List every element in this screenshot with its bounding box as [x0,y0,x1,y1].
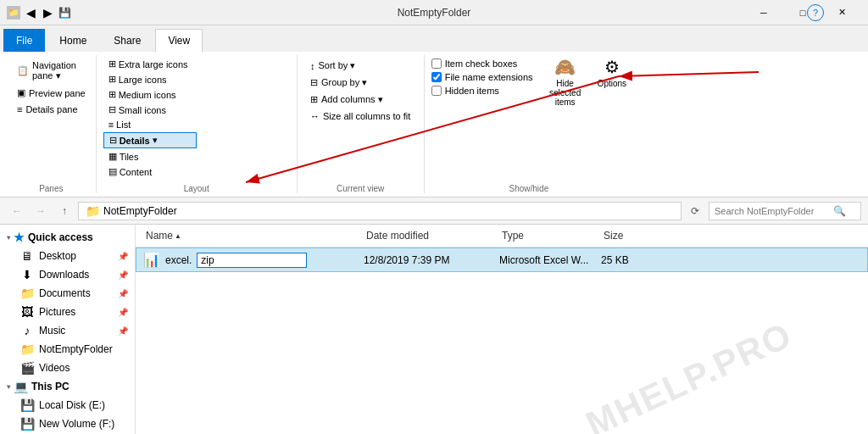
list-icon: ≡ [108,120,114,130]
desktop-icon: 🖥 [20,249,34,263]
expand-icon-thispc: ▾ [7,383,10,391]
column-size[interactable]: Size [600,228,668,243]
notempty-icon: 📁 [20,342,34,356]
tab-home[interactable]: Home [47,29,99,52]
file-name-extensions-checkbox[interactable] [431,72,442,82]
new-volume-f-icon: 💾 [20,417,34,431]
main-content: ▾ ★ Quick access 🖥 Desktop 📌 ⬇ Downloads… [0,225,868,434]
forward-button[interactable]: → [31,201,51,221]
address-path: NotEmptyFolder [103,205,177,217]
sidebar-item-pictures[interactable]: 🖼 Pictures 📌 [0,303,135,321]
add-columns-button[interactable]: ⊞Add columns ▾ [307,92,387,107]
size-columns-icon: ↔ [310,111,320,121]
medium-icons-button[interactable]: ⊞Medium icons [103,87,197,102]
this-pc-icon: 💻 [14,380,28,393]
file-date-cell: 12/8/2019 7:39 PM [364,254,499,266]
sort-indicator: ▲ [175,232,181,240]
downloads-label: Downloads [39,269,89,281]
nav-pane-icon: 📋 [17,65,29,76]
search-input[interactable] [715,206,833,216]
details-pane-button[interactable]: ≡ Details pane [14,103,81,116]
sidebar-item-downloads[interactable]: ⬇ Downloads 📌 [0,265,135,284]
excel-file-icon: 📊 [143,252,160,268]
file-name-extensions-toggle[interactable]: File name extensions [431,72,533,82]
close-button[interactable]: ✕ [822,0,861,25]
size-all-columns-button[interactable]: ↔Size all columns to fit [307,109,414,123]
music-label: Music [39,325,65,337]
large-icons-icon: ⊞ [108,74,116,85]
options-label[interactable]: Options [598,79,626,88]
column-date-modified[interactable]: Date modified [363,228,498,243]
address-input[interactable]: 📁 NotEmptyFolder [78,202,682,220]
up-button[interactable]: ↑ [54,201,75,221]
list-button[interactable]: ≡List [103,118,197,131]
options-icon[interactable]: ⚙ [604,58,620,75]
current-view-group-label: Current view [337,181,384,193]
documents-label: Documents [39,287,91,299]
hidden-items-toggle[interactable]: Hidden items [431,86,533,96]
local-disk-e-label: Local Disk (E:) [39,399,105,411]
content-icon: ▤ [108,166,117,177]
small-icons-button[interactable]: ⊟Small icons [103,103,197,117]
music-icon: ♪ [20,324,34,337]
sidebar-item-new-volume-f[interactable]: 💾 New Volume (F:) [0,415,135,433]
folder-icon-small: 📁 [7,6,20,19]
file-name-edit-input[interactable] [197,253,307,268]
hide-selected-icon: 🙈 [554,58,576,75]
file-list: Name ▲ Date modified Type Size 📊 excel. [136,225,868,434]
new-volume-f-label: New Volume (F:) [39,418,114,430]
help-button[interactable]: ? [807,4,824,21]
sidebar-item-local-disk-e[interactable]: 💾 Local Disk (E:) [0,396,135,415]
minimize-button[interactable]: ─ [744,0,783,25]
quick-access-icon2[interactable]: ▶ [41,6,54,19]
file-name-cell: 📊 excel. [143,252,364,268]
navigation-pane-button[interactable]: 📋 Navigationpane ▾ [14,58,80,83]
folder-icon: 📁 [86,204,100,218]
tab-view[interactable]: View [155,29,203,53]
search-box[interactable]: 🔍 [709,202,861,220]
ribbon-content: 📋 Navigationpane ▾ ▣ Preview pane ≡ Deta… [0,52,868,198]
table-row[interactable]: 📊 excel. 12/8/2019 7:39 PM Microsoft Exc… [136,248,868,272]
sort-by-button[interactable]: ↕Sort by ▾ [307,58,359,73]
hide-selected-label[interactable]: Hide selected items [540,79,591,107]
hidden-items-checkbox[interactable] [431,86,442,96]
column-name[interactable]: Name ▲ [142,228,363,243]
ribbon-tabs: File Home Share View [0,25,868,52]
quick-access-icon1[interactable]: ◀ [24,6,37,19]
refresh-button[interactable]: ⟳ [685,201,705,221]
sidebar-item-desktop[interactable]: 🖥 Desktop 📌 [0,247,135,265]
item-check-boxes-checkbox[interactable] [431,58,442,69]
title-bar: 📁 ◀ ▶ 💾 NotEmptyFolder ─ □ ✕ ? [0,0,868,25]
large-icons-button[interactable]: ⊞Large icons [103,72,197,86]
extra-large-icons-button[interactable]: ⊞Extra large icons [103,57,197,71]
sidebar-item-videos[interactable]: 🎬 Videos [0,359,135,377]
ribbon-group-current-view: ↕Sort by ▾ ⊟Group by ▾ ⊞Add columns ▾ ↔S… [298,55,425,193]
sidebar-item-notemptyfolder[interactable]: 📁 NotEmptyFolder [0,340,135,359]
window-title: NotEmptyFolder [398,7,471,19]
star-icon: ★ [14,231,25,244]
sidebar-item-documents[interactable]: 📁 Documents 📌 [0,284,135,303]
column-type[interactable]: Type [498,228,600,243]
preview-pane-button[interactable]: ▣ Preview pane [14,86,89,100]
details-button[interactable]: ⊟Details ▾ [103,132,197,148]
details-icon: ⊟ [109,135,117,146]
item-check-boxes-toggle[interactable]: Item check boxes [431,58,533,69]
panes-group-label: Panes [39,181,63,193]
tab-file[interactable]: File [3,29,45,52]
tab-share[interactable]: Share [101,29,153,52]
quick-access-save[interactable]: 💾 [58,6,71,19]
this-pc-header[interactable]: ▾ 💻 This PC [0,377,135,396]
group-by-button[interactable]: ⊟Group by ▾ [307,75,370,90]
pin-icon-music: 📌 [118,326,128,336]
quick-access-header[interactable]: ▾ ★ Quick access [0,228,135,247]
tiles-button[interactable]: ▦Tiles [103,149,197,164]
content-button[interactable]: ▤Content [103,164,197,179]
layout-group-label: Layout [184,181,209,193]
search-icon: 🔍 [833,205,846,217]
back-button[interactable]: ← [7,201,27,221]
extra-large-icon: ⊞ [108,58,116,70]
sidebar-item-music[interactable]: ♪ Music 📌 [0,321,135,340]
pin-icon-downloads: 📌 [118,270,128,280]
pin-icon-desktop: 📌 [118,252,128,261]
pin-icon-documents: 📌 [118,289,128,298]
